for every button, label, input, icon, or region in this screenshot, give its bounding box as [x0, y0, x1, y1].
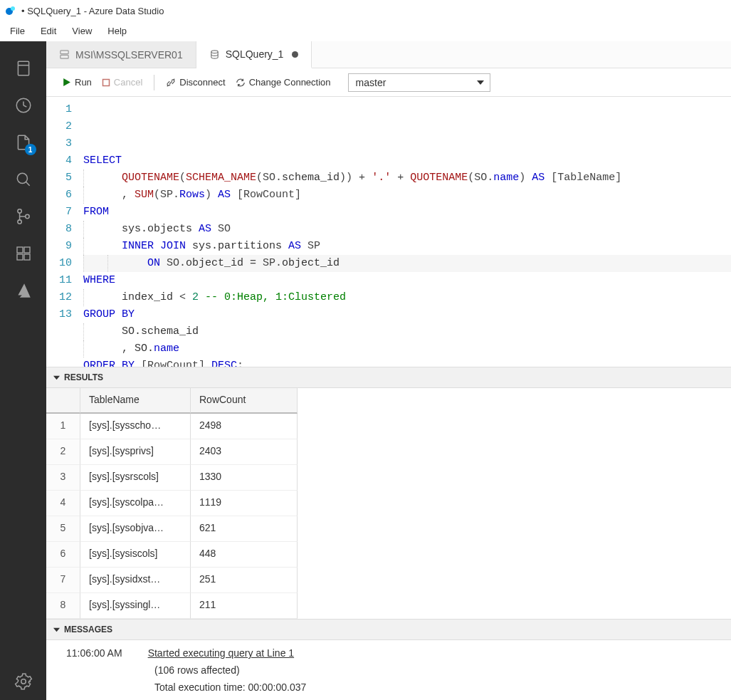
change-connection-label: Change Connection [249, 77, 331, 88]
row-number[interactable]: 2 [46, 439, 80, 465]
grid-cell[interactable]: [sys].[sysidxst… [80, 568, 191, 593]
row-number[interactable]: 4 [46, 491, 80, 516]
code-line[interactable]: SELECT [83, 152, 731, 169]
row-number[interactable]: 6 [46, 542, 80, 568]
results-grid[interactable]: TableNameRowCount1[sys].[sysscho…24982[s… [46, 388, 731, 619]
line-gutter: 12345678910111213 [46, 101, 83, 367]
change-connection-icon [236, 78, 246, 88]
code-line[interactable]: ORDER BY [RowCount] DESC; [83, 357, 731, 367]
grid-cell[interactable]: 1119 [191, 491, 298, 516]
message-time: 11:06:00 AM [66, 647, 122, 659]
code-line[interactable]: ON SO.object_id = SP.object_id [83, 255, 731, 272]
stop-icon [102, 78, 110, 87]
connections-icon[interactable] [9, 50, 38, 87]
run-button[interactable]: Run [59, 75, 95, 90]
collapse-icon [53, 627, 60, 633]
grid-cell[interactable]: [sys].[syssingl… [80, 593, 191, 619]
dirty-indicator-icon [292, 51, 298, 58]
disconnect-icon [166, 78, 176, 88]
svg-rect-12 [17, 247, 23, 253]
grid-cell[interactable]: 2403 [191, 439, 298, 465]
message-link[interactable]: Started executing query at Line 1 [148, 647, 294, 659]
line-number: 5 [46, 169, 72, 187]
change-connection-button[interactable]: Change Connection [233, 75, 334, 90]
grid-cell[interactable]: 621 [191, 516, 298, 542]
search-icon[interactable] [9, 161, 38, 198]
svg-point-16 [21, 679, 26, 684]
code-line[interactable]: , SUM(SP.Rows) AS [RowCount] [83, 187, 731, 204]
svg-rect-14 [24, 254, 30, 260]
explorer-icon[interactable]: 1 [9, 124, 38, 161]
row-number[interactable]: 3 [46, 465, 80, 491]
menu-help[interactable]: Help [100, 23, 134, 39]
column-header[interactable]: TableName [80, 388, 191, 414]
results-panel: RESULTS TableNameRowCount1[sys].[sysscho… [46, 367, 731, 700]
server-icon [59, 49, 70, 60]
clock-icon[interactable] [9, 87, 38, 124]
azure-icon[interactable] [9, 272, 38, 309]
play-icon [62, 78, 71, 87]
line-number: 1 [46, 101, 72, 118]
code-line[interactable]: sys.objects AS SO [83, 221, 731, 238]
code-line[interactable]: SO.schema_id [83, 323, 731, 340]
line-number: 12 [46, 289, 72, 306]
menu-edit[interactable]: Edit [33, 23, 63, 39]
window-title: • SQLQuery_1 - Azure Data Studio [21, 6, 164, 16]
toolbar-divider [154, 75, 154, 90]
grid-cell[interactable]: 251 [191, 568, 298, 593]
code-line[interactable]: FROM [83, 204, 731, 221]
row-number[interactable]: 8 [46, 593, 80, 619]
grid-cell[interactable]: 448 [191, 542, 298, 568]
line-number: 6 [46, 187, 72, 204]
grid-cell[interactable]: [sys].[sysrscols] [80, 465, 191, 491]
grid-cell[interactable]: 1330 [191, 465, 298, 491]
line-number: 13 [46, 306, 72, 323]
svg-rect-2 [18, 61, 28, 75]
row-number[interactable]: 7 [46, 568, 80, 593]
code-line[interactable]: , SO.name [83, 340, 731, 357]
message-rows-affected: (106 rows affected) [154, 664, 711, 676]
collapse-icon [53, 375, 60, 381]
messages-header[interactable]: MESSAGES [46, 619, 731, 640]
svg-point-19 [211, 50, 218, 53]
line-number: 4 [46, 152, 72, 169]
grid-cell[interactable]: 211 [191, 593, 298, 619]
menu-file[interactable]: File [3, 23, 32, 39]
database-icon [209, 49, 220, 60]
row-number[interactable]: 1 [46, 414, 80, 439]
code-line[interactable]: WHERE [83, 272, 731, 289]
workspace: MSI\MSSQLSERVER01 SQLQuery_1 Run [46, 41, 731, 700]
activity-bar: 1 [0, 41, 46, 700]
line-number: 11 [46, 272, 72, 289]
column-header[interactable]: RowCount [191, 388, 298, 414]
code-line[interactable]: QUOTENAME(SCHEMA_NAME(SO.schema_id)) + '… [83, 169, 731, 187]
grid-corner [46, 388, 80, 414]
tab-sqlquery[interactable]: SQLQuery_1 [196, 41, 312, 68]
grid-cell[interactable]: [sys].[syscolpa… [80, 491, 191, 516]
code-line[interactable]: INNER JOIN sys.partitions AS SP [83, 238, 731, 255]
svg-rect-18 [61, 55, 68, 58]
grid-cell[interactable]: [sys].[sysscho… [80, 414, 191, 439]
row-number[interactable]: 5 [46, 516, 80, 542]
svg-rect-15 [24, 247, 30, 253]
database-dropdown[interactable]: master [348, 73, 490, 92]
code-editor[interactable]: 12345678910111213 SELECT QUOTENAME(SCHEM… [46, 97, 731, 367]
grid-cell[interactable]: [sys].[sysprivs] [80, 439, 191, 465]
menu-view[interactable]: View [65, 23, 99, 39]
line-number: 7 [46, 204, 72, 221]
code-line[interactable]: GROUP BY [83, 306, 731, 323]
settings-gear-icon[interactable] [9, 663, 38, 700]
code-line[interactable]: index_id < 2 -- 0:Heap, 1:Clustered [83, 289, 731, 306]
grid-cell[interactable]: [sys].[sysiscols] [80, 542, 191, 568]
extensions-icon[interactable] [9, 235, 38, 272]
message-exec-time: Total execution time: 00:00:00.037 [154, 681, 711, 693]
svg-line-6 [23, 105, 26, 107]
results-header[interactable]: RESULTS [46, 367, 731, 388]
line-number: 8 [46, 221, 72, 238]
grid-cell[interactable]: [sys].[sysobjva… [80, 516, 191, 542]
source-control-icon[interactable] [9, 198, 38, 235]
code-content[interactable]: SELECT QUOTENAME(SCHEMA_NAME(SO.schema_i… [83, 101, 731, 367]
tab-connection[interactable]: MSI\MSSQLSERVER01 [46, 41, 196, 68]
grid-cell[interactable]: 2498 [191, 414, 298, 439]
disconnect-button[interactable]: Disconnect [163, 75, 228, 90]
